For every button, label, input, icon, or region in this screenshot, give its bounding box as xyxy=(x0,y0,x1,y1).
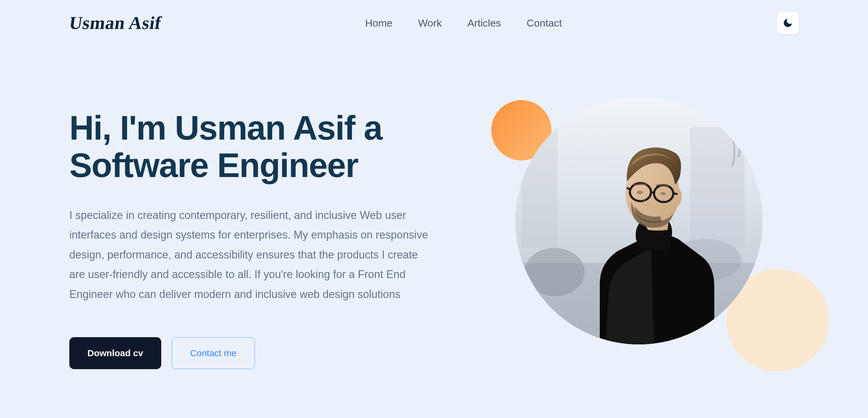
theme-toggle-button[interactable] xyxy=(777,12,799,34)
header: Usman Asif Home Work Articles Contact xyxy=(69,0,799,34)
svg-point-11 xyxy=(637,190,643,194)
nav-home[interactable]: Home xyxy=(365,17,393,29)
svg-rect-5 xyxy=(690,127,744,248)
svg-point-2 xyxy=(524,248,585,296)
svg-point-12 xyxy=(660,192,666,195)
profile-photo xyxy=(516,97,763,345)
nav-work[interactable]: Work xyxy=(418,17,442,29)
moon-icon xyxy=(782,18,793,28)
hero-title: Hi, I'm Usman Asif a Software Engineer xyxy=(69,109,449,184)
hero-text-content: Hi, I'm Usman Asif a Software Engineer I… xyxy=(69,109,449,369)
contact-me-button[interactable]: Contact me xyxy=(172,337,255,369)
svg-point-8 xyxy=(669,186,682,207)
nav-menu: Home Work Articles Contact xyxy=(365,17,562,29)
hero-image-area xyxy=(479,97,799,345)
hero-section: Hi, I'm Usman Asif a Software Engineer I… xyxy=(69,109,799,369)
page-container: Usman Asif Home Work Articles Contact Hi… xyxy=(0,0,868,418)
nav-articles[interactable]: Articles xyxy=(467,17,501,29)
person-illustration xyxy=(516,97,763,345)
hero-buttons: Download cv Contact me xyxy=(69,337,449,369)
hero-description: I specialize in creating contemporary, r… xyxy=(69,205,431,304)
nav-contact[interactable]: Contact xyxy=(527,17,562,29)
download-cv-button[interactable]: Download cv xyxy=(69,337,161,369)
site-logo[interactable]: Usman Asif xyxy=(68,13,163,33)
